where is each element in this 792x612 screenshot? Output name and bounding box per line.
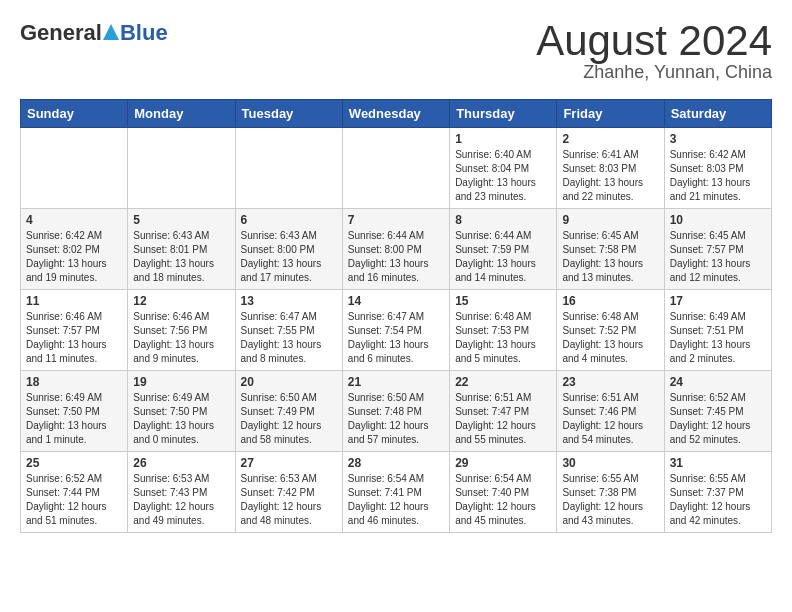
calendar-cell: 16Sunrise: 6:48 AM Sunset: 7:52 PM Dayli… — [557, 290, 664, 371]
title-block: August 2024 Zhanhe, Yunnan, China — [536, 20, 772, 83]
day-info: Sunrise: 6:53 AM Sunset: 7:42 PM Dayligh… — [241, 472, 337, 528]
calendar-cell: 29Sunrise: 6:54 AM Sunset: 7:40 PM Dayli… — [450, 452, 557, 533]
day-info: Sunrise: 6:49 AM Sunset: 7:50 PM Dayligh… — [133, 391, 229, 447]
day-number: 25 — [26, 456, 122, 470]
calendar-cell — [342, 128, 449, 209]
calendar-header-row: SundayMondayTuesdayWednesdayThursdayFrid… — [21, 100, 772, 128]
page-title: August 2024 — [536, 20, 772, 62]
day-info: Sunrise: 6:44 AM Sunset: 7:59 PM Dayligh… — [455, 229, 551, 285]
day-info: Sunrise: 6:54 AM Sunset: 7:40 PM Dayligh… — [455, 472, 551, 528]
day-info: Sunrise: 6:52 AM Sunset: 7:44 PM Dayligh… — [26, 472, 122, 528]
day-number: 20 — [241, 375, 337, 389]
day-info: Sunrise: 6:46 AM Sunset: 7:56 PM Dayligh… — [133, 310, 229, 366]
day-number: 2 — [562, 132, 658, 146]
day-info: Sunrise: 6:49 AM Sunset: 7:50 PM Dayligh… — [26, 391, 122, 447]
day-number: 8 — [455, 213, 551, 227]
svg-marker-0 — [103, 24, 119, 40]
day-number: 29 — [455, 456, 551, 470]
calendar-week-row: 1Sunrise: 6:40 AM Sunset: 8:04 PM Daylig… — [21, 128, 772, 209]
calendar-cell: 28Sunrise: 6:54 AM Sunset: 7:41 PM Dayli… — [342, 452, 449, 533]
day-number: 3 — [670, 132, 766, 146]
day-of-week-header: Thursday — [450, 100, 557, 128]
calendar-cell — [235, 128, 342, 209]
day-info: Sunrise: 6:51 AM Sunset: 7:46 PM Dayligh… — [562, 391, 658, 447]
calendar-cell: 23Sunrise: 6:51 AM Sunset: 7:46 PM Dayli… — [557, 371, 664, 452]
logo-arrow-icon — [103, 20, 119, 46]
day-number: 18 — [26, 375, 122, 389]
day-number: 16 — [562, 294, 658, 308]
calendar-cell: 30Sunrise: 6:55 AM Sunset: 7:38 PM Dayli… — [557, 452, 664, 533]
day-info: Sunrise: 6:45 AM Sunset: 7:58 PM Dayligh… — [562, 229, 658, 285]
calendar-cell: 14Sunrise: 6:47 AM Sunset: 7:54 PM Dayli… — [342, 290, 449, 371]
calendar-cell: 21Sunrise: 6:50 AM Sunset: 7:48 PM Dayli… — [342, 371, 449, 452]
day-info: Sunrise: 6:46 AM Sunset: 7:57 PM Dayligh… — [26, 310, 122, 366]
calendar-cell — [128, 128, 235, 209]
day-number: 1 — [455, 132, 551, 146]
day-info: Sunrise: 6:50 AM Sunset: 7:49 PM Dayligh… — [241, 391, 337, 447]
day-number: 15 — [455, 294, 551, 308]
day-number: 21 — [348, 375, 444, 389]
calendar-cell: 26Sunrise: 6:53 AM Sunset: 7:43 PM Dayli… — [128, 452, 235, 533]
day-info: Sunrise: 6:47 AM Sunset: 7:54 PM Dayligh… — [348, 310, 444, 366]
day-number: 7 — [348, 213, 444, 227]
day-info: Sunrise: 6:53 AM Sunset: 7:43 PM Dayligh… — [133, 472, 229, 528]
calendar-cell: 8Sunrise: 6:44 AM Sunset: 7:59 PM Daylig… — [450, 209, 557, 290]
day-info: Sunrise: 6:42 AM Sunset: 8:03 PM Dayligh… — [670, 148, 766, 204]
day-of-week-header: Wednesday — [342, 100, 449, 128]
day-number: 9 — [562, 213, 658, 227]
day-number: 14 — [348, 294, 444, 308]
calendar-cell: 6Sunrise: 6:43 AM Sunset: 8:00 PM Daylig… — [235, 209, 342, 290]
calendar-cell: 31Sunrise: 6:55 AM Sunset: 7:37 PM Dayli… — [664, 452, 771, 533]
calendar-cell: 4Sunrise: 6:42 AM Sunset: 8:02 PM Daylig… — [21, 209, 128, 290]
calendar-table: SundayMondayTuesdayWednesdayThursdayFrid… — [20, 99, 772, 533]
day-info: Sunrise: 6:40 AM Sunset: 8:04 PM Dayligh… — [455, 148, 551, 204]
day-number: 12 — [133, 294, 229, 308]
day-number: 4 — [26, 213, 122, 227]
calendar-cell: 27Sunrise: 6:53 AM Sunset: 7:42 PM Dayli… — [235, 452, 342, 533]
day-number: 23 — [562, 375, 658, 389]
day-info: Sunrise: 6:55 AM Sunset: 7:37 PM Dayligh… — [670, 472, 766, 528]
day-info: Sunrise: 6:42 AM Sunset: 8:02 PM Dayligh… — [26, 229, 122, 285]
logo-general: General — [20, 20, 102, 46]
day-number: 19 — [133, 375, 229, 389]
calendar-cell — [21, 128, 128, 209]
calendar-cell: 18Sunrise: 6:49 AM Sunset: 7:50 PM Dayli… — [21, 371, 128, 452]
day-info: Sunrise: 6:48 AM Sunset: 7:52 PM Dayligh… — [562, 310, 658, 366]
page-header: General Blue August 2024 Zhanhe, Yunnan,… — [20, 20, 772, 83]
day-number: 31 — [670, 456, 766, 470]
day-number: 28 — [348, 456, 444, 470]
calendar-cell: 13Sunrise: 6:47 AM Sunset: 7:55 PM Dayli… — [235, 290, 342, 371]
day-info: Sunrise: 6:51 AM Sunset: 7:47 PM Dayligh… — [455, 391, 551, 447]
calendar-cell: 11Sunrise: 6:46 AM Sunset: 7:57 PM Dayli… — [21, 290, 128, 371]
calendar-cell: 15Sunrise: 6:48 AM Sunset: 7:53 PM Dayli… — [450, 290, 557, 371]
calendar-week-row: 18Sunrise: 6:49 AM Sunset: 7:50 PM Dayli… — [21, 371, 772, 452]
day-number: 5 — [133, 213, 229, 227]
day-info: Sunrise: 6:55 AM Sunset: 7:38 PM Dayligh… — [562, 472, 658, 528]
day-number: 6 — [241, 213, 337, 227]
day-info: Sunrise: 6:44 AM Sunset: 8:00 PM Dayligh… — [348, 229, 444, 285]
day-of-week-header: Monday — [128, 100, 235, 128]
day-of-week-header: Sunday — [21, 100, 128, 128]
logo: General Blue — [20, 20, 168, 46]
day-info: Sunrise: 6:41 AM Sunset: 8:03 PM Dayligh… — [562, 148, 658, 204]
calendar-cell: 1Sunrise: 6:40 AM Sunset: 8:04 PM Daylig… — [450, 128, 557, 209]
day-number: 11 — [26, 294, 122, 308]
calendar-cell: 19Sunrise: 6:49 AM Sunset: 7:50 PM Dayli… — [128, 371, 235, 452]
calendar-cell: 20Sunrise: 6:50 AM Sunset: 7:49 PM Dayli… — [235, 371, 342, 452]
day-of-week-header: Saturday — [664, 100, 771, 128]
day-number: 13 — [241, 294, 337, 308]
day-info: Sunrise: 6:48 AM Sunset: 7:53 PM Dayligh… — [455, 310, 551, 366]
day-info: Sunrise: 6:52 AM Sunset: 7:45 PM Dayligh… — [670, 391, 766, 447]
day-info: Sunrise: 6:54 AM Sunset: 7:41 PM Dayligh… — [348, 472, 444, 528]
day-number: 10 — [670, 213, 766, 227]
calendar-week-row: 25Sunrise: 6:52 AM Sunset: 7:44 PM Dayli… — [21, 452, 772, 533]
day-number: 17 — [670, 294, 766, 308]
calendar-cell: 9Sunrise: 6:45 AM Sunset: 7:58 PM Daylig… — [557, 209, 664, 290]
day-info: Sunrise: 6:47 AM Sunset: 7:55 PM Dayligh… — [241, 310, 337, 366]
calendar-week-row: 4Sunrise: 6:42 AM Sunset: 8:02 PM Daylig… — [21, 209, 772, 290]
calendar-cell: 12Sunrise: 6:46 AM Sunset: 7:56 PM Dayli… — [128, 290, 235, 371]
calendar-cell: 24Sunrise: 6:52 AM Sunset: 7:45 PM Dayli… — [664, 371, 771, 452]
day-number: 27 — [241, 456, 337, 470]
calendar-cell: 3Sunrise: 6:42 AM Sunset: 8:03 PM Daylig… — [664, 128, 771, 209]
logo-blue: Blue — [120, 20, 168, 46]
